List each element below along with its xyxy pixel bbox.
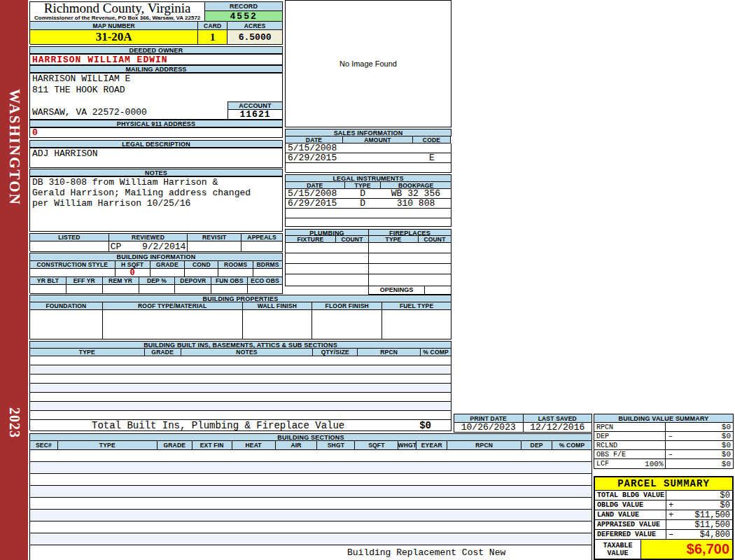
print-date-value: 10/26/2023: [454, 423, 524, 433]
bvs-value: $0: [722, 450, 731, 458]
roof-label: ROOF TYPE/MATERIAL: [103, 302, 243, 310]
yrblt-value: [30, 285, 66, 294]
ecoobs-label: ECO OBS: [248, 277, 283, 285]
sales-row-empty: [286, 163, 451, 173]
mailing-line-2: 811 THE HOOK ROAD: [30, 85, 282, 96]
built-ins-row-empty: [30, 393, 451, 402]
bi-notes-label: NOTES: [181, 349, 314, 356]
county-subtitle: Commissioner of the Revenue, PO Box 366,…: [34, 15, 200, 21]
bs-grade-label: GRADE: [158, 441, 192, 450]
last-saved-value: 12/12/2016: [524, 423, 593, 433]
instrument-date-label: DATE: [286, 182, 345, 189]
bi-qty-label: QTY/SIZE: [313, 349, 358, 356]
review-table: LISTED REVIEWED REVISIT APPEALS CP 9/2/2…: [29, 233, 283, 251]
bvs-value: $0: [722, 432, 731, 440]
rooms-label: ROOMS: [218, 261, 253, 269]
revisit-label: REVISIT: [188, 234, 241, 241]
bvs-value: $0: [722, 441, 731, 449]
instrument-date: 6/29/2015: [286, 199, 344, 209]
fireplace-row-empty: [369, 253, 451, 264]
physical-address-label: PHYSICAL 911 ADDRESS: [29, 120, 283, 127]
bs-dep-label: DEP: [522, 441, 552, 450]
sale-date: 6/29/2015: [286, 153, 343, 163]
building-section-row-empty: [30, 474, 592, 486]
bvs-value: $0: [722, 423, 731, 431]
fireplaces-table: FIREPLACES TYPE COUNT OPENINGS: [368, 229, 451, 294]
ps-value-cell: $0: [666, 491, 732, 500]
ps-label: APPRAISED VALUE: [595, 520, 666, 530]
legal-instruments-table: LEGAL INSTRUMENTS DATE TYPE BOOKPAGE 5/1…: [285, 174, 451, 227]
built-ins-row-empty: [30, 411, 451, 420]
effyr-value: [66, 285, 103, 294]
building-properties-title: BUILDING PROPERTIES: [30, 295, 451, 302]
fireplaces-title: FIREPLACES: [369, 230, 451, 236]
fuel-type-label: FUEL TYPE: [382, 302, 451, 310]
dep-pct-value: [139, 285, 176, 294]
instrument-bookpage: 310 808: [381, 199, 451, 209]
ps-op: +: [668, 500, 673, 510]
ps-label: OBLDG VALUE: [595, 500, 666, 510]
sale-code: E: [413, 153, 451, 163]
bdrms-value: [253, 269, 283, 277]
appeals-value: [241, 241, 283, 252]
plumbing-row-empty: [286, 253, 368, 264]
building-section-row-empty: [30, 522, 592, 533]
district-watermark: WASHINGTON: [6, 89, 23, 206]
wall-finish-label: WALL FINISH: [243, 302, 313, 310]
ps-value-cell: + $0: [666, 500, 732, 510]
hsqft-value: 0: [115, 269, 150, 277]
parcel-summary-table: PARCEL SUMMARY TOTAL BLDG VALUE $0 OBLDG…: [594, 476, 734, 560]
legal-description-block: ADJ HARRISON: [29, 148, 283, 168]
year-watermark: 2023: [6, 407, 22, 438]
building-information-table: BUILDING INFORMATION CONSTRUCTION STYLE …: [29, 253, 283, 293]
last-saved-label: LAST SAVED: [524, 414, 593, 423]
ps-value: $11,500: [695, 520, 730, 530]
ps-op: +: [668, 510, 673, 520]
plumbing-row-empty: [286, 243, 368, 253]
account-block: ACCOUNT 11621: [227, 102, 283, 120]
bs-sec-label: SEC#: [30, 441, 58, 450]
reviewed-date: 9/2/2014: [142, 241, 186, 252]
bvs-value-cell: – $0: [666, 450, 734, 459]
bvs-label: RPCN: [594, 423, 666, 432]
openings-label: OPENINGS: [368, 286, 425, 295]
bvs-value-cell: – $0: [666, 432, 734, 441]
deeded-owner-value: HARRISON WILLIAM EDWIN: [30, 55, 283, 65]
ecoobs-value: [248, 285, 283, 294]
building-section-row-empty: [30, 450, 592, 462]
listed-value: [30, 241, 109, 252]
county-title: Richmond County, Virginia: [44, 2, 191, 15]
built-ins-row-empty: [30, 374, 451, 384]
funobs-label: FUN OBS: [211, 277, 248, 285]
built-ins-total-value: $0: [419, 420, 431, 431]
building-value-summary-title: BUILDING VALUE SUMMARY: [594, 414, 734, 423]
yrblt-label: YR BLT: [30, 277, 66, 285]
roof-value: [103, 310, 243, 340]
plumbing-row-empty: [286, 264, 368, 274]
acres-value: 6.5000: [227, 30, 283, 45]
floor-finish-label: FLOOR FINISH: [312, 302, 382, 310]
construction-style-value: [30, 269, 115, 277]
instrument-type: D: [344, 199, 381, 209]
remyr-value: [103, 285, 139, 294]
plumbing-row-empty: [286, 274, 368, 285]
fireplace-type-label: TYPE: [369, 236, 419, 243]
bvs-label-cell: LCF 100%: [594, 459, 666, 469]
rooms-value: [218, 269, 253, 277]
property-photo-placeholder: No Image Found: [285, 0, 451, 127]
wall-finish-value: [243, 310, 313, 340]
built-ins-table: BUILDING BUILT INS, BASEMENTS, ATTICS & …: [29, 341, 451, 430]
map-number-value: 31-20A: [30, 30, 198, 45]
ps-value-cell: + $11,500: [666, 510, 732, 520]
foundation-value: [30, 310, 103, 340]
print-date-label: PRINT DATE: [454, 414, 524, 423]
built-ins-row-empty: [30, 356, 451, 365]
plumbing-fireplaces-block: PLUMBING FIXTURE COUNT FIREPLACES TYPE C…: [285, 229, 451, 294]
floor-finish-value: [312, 310, 382, 340]
legal-instruments-title: LEGAL INSTRUMENTS: [286, 175, 451, 182]
bi-rpcn-label: RPCN: [358, 349, 421, 356]
built-ins-title: BUILDING BUILT INS, BASEMENTS, ATTICS & …: [30, 342, 451, 349]
appeals-label: APPEALS: [241, 234, 283, 241]
fireplace-row-empty: [369, 243, 451, 253]
built-ins-total-row: Total Built Ins, Plumbing & Fireplace Va…: [30, 420, 451, 431]
